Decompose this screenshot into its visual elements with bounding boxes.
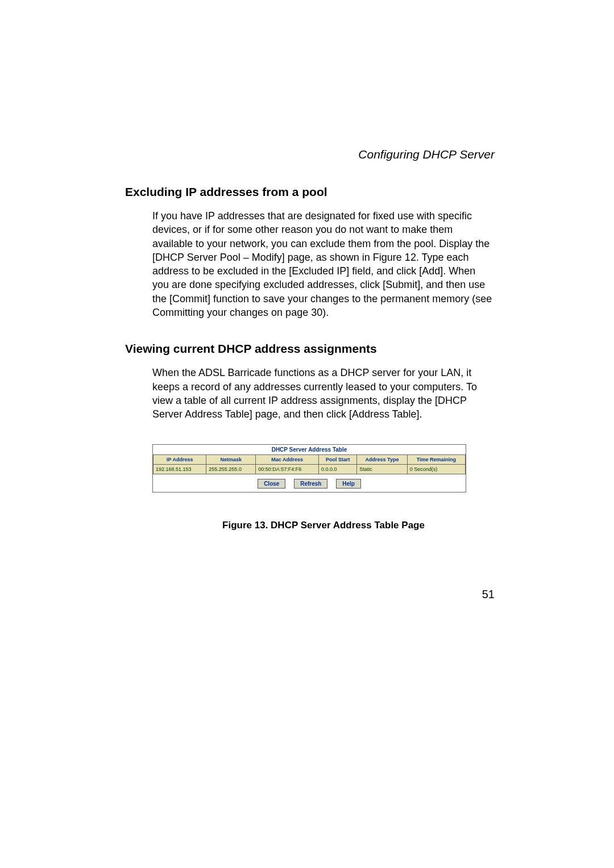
cell-pool: 0.0.0.0 xyxy=(319,464,357,474)
col-type: Address Type xyxy=(357,454,408,464)
col-mac: Mac Address xyxy=(256,454,319,464)
figure-caption: Figure 13. DHCP Server Address Table Pag… xyxy=(152,520,495,531)
dhcp-address-table-box: DHCP Server Address Table IP Address Net… xyxy=(152,444,466,493)
help-button[interactable]: Help xyxy=(336,479,361,489)
table-row: 192.168.51.153 255.255.255.0 00:50:DA:57… xyxy=(154,464,466,474)
col-ip: IP Address xyxy=(154,454,206,464)
col-netmask: Netmask xyxy=(206,454,256,464)
cell-netmask: 255.255.255.0 xyxy=(206,464,256,474)
body-viewing-dhcp: When the ADSL Barricade functions as a D… xyxy=(152,366,495,421)
heading-excluding-ip: Excluding IP addresses from a pool xyxy=(125,185,495,199)
page-number: 51 xyxy=(482,588,495,601)
cell-time: 0 Second(s) xyxy=(407,464,465,474)
col-pool: Pool Start xyxy=(319,454,357,464)
cell-ip: 192.168.51.153 xyxy=(154,464,206,474)
figure-wrap: DHCP Server Address Table IP Address Net… xyxy=(152,444,495,531)
col-time: Time Remaining xyxy=(407,454,465,464)
running-header: Configuring DHCP Server xyxy=(125,148,495,161)
cell-mac: 00:50:DA:57:F4:F6 xyxy=(256,464,319,474)
close-button[interactable]: Close xyxy=(258,479,285,489)
button-row: Close Refresh Help xyxy=(153,474,466,492)
body-excluding-ip: If you have IP addresses that are design… xyxy=(152,209,495,319)
cell-type: Static xyxy=(357,464,408,474)
refresh-button[interactable]: Refresh xyxy=(294,479,327,489)
dhcp-address-table: IP Address Netmask Mac Address Pool Star… xyxy=(153,454,466,474)
heading-viewing-dhcp: Viewing current DHCP address assignments xyxy=(125,342,495,356)
table-header-row: IP Address Netmask Mac Address Pool Star… xyxy=(154,454,466,464)
table-title: DHCP Server Address Table xyxy=(153,445,466,454)
